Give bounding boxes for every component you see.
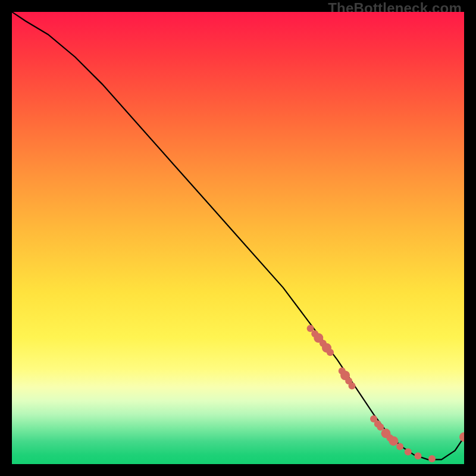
- data-point: [327, 349, 334, 356]
- data-point: [349, 383, 356, 390]
- bottleneck-curve: [12, 12, 464, 459]
- curve-layer: [12, 12, 464, 464]
- data-point: [459, 432, 464, 441]
- plot-area: [12, 12, 464, 464]
- data-point: [405, 449, 412, 456]
- chart-stage: TheBottleneck.com: [0, 0, 476, 476]
- data-point: [428, 455, 436, 462]
- data-point: [389, 436, 398, 446]
- data-point-markers: [307, 325, 464, 462]
- data-point: [415, 452, 422, 459]
- data-point: [396, 443, 403, 450]
- data-point: [377, 424, 384, 431]
